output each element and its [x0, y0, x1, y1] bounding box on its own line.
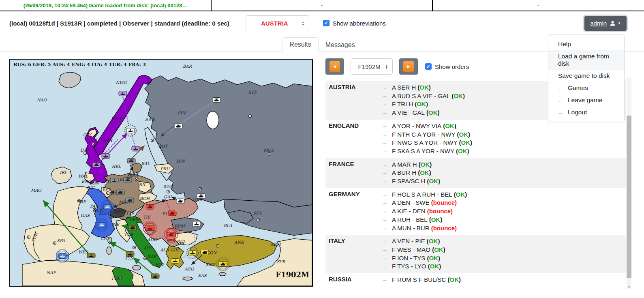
status-right-value: -	[433, 0, 644, 11]
map-label: DEN	[129, 171, 139, 176]
order-row: →F HOL S A RUH - BEL (OK)	[377, 191, 626, 199]
unit-marker[interactable]	[110, 178, 118, 183]
main-content: BARNWGNAOSTPFINNWYSWEBOTMOSNTHHELBALLVNP…	[0, 59, 644, 287]
map-label: SMY	[205, 262, 216, 267]
unit-marker[interactable]	[92, 163, 101, 167]
menu-item-leave-game[interactable]: ←Leave game	[548, 94, 624, 106]
menu-item-logout[interactable]: ←Logout	[548, 106, 624, 118]
show-abbreviations-label: Show abbreviations	[333, 20, 386, 27]
map-label: ION	[155, 263, 165, 267]
unit-marker[interactable]	[201, 250, 209, 255]
status-center-value: -	[212, 0, 433, 11]
order-row: →F SKA S A YOR - NWY (OK)	[377, 147, 626, 156]
scrollbar-thumb[interactable]	[627, 116, 631, 278]
power-name: AUSTRIA	[325, 81, 377, 120]
power-select-value: AUSTRIA	[261, 20, 288, 27]
left-arrow-icon: ←	[558, 85, 564, 91]
unit-marker[interactable]	[132, 146, 140, 151]
map-label: GRE	[171, 248, 181, 252]
unit-marker[interactable]	[171, 258, 179, 263]
orders-scrollbar[interactable]: ▼	[627, 77, 631, 289]
map-label: MOS	[263, 148, 274, 152]
map-label: WAR	[163, 184, 173, 189]
unit-marker[interactable]	[116, 190, 124, 195]
map-label: BOT	[158, 144, 169, 148]
map-label: NAP	[147, 254, 157, 259]
order-block: FRANCE→A MAR H (OK)→A BUR H (OK)→F SPA/S…	[325, 158, 626, 188]
game-map[interactable]: BARNWGNAOSTPFINNWYSWEBOTMOSNTHHELBALLVNP…	[9, 59, 313, 287]
menu-item-help[interactable]: Help	[548, 38, 624, 50]
order-row: →F TYS - LYO (OK)	[377, 262, 626, 271]
order-block: ENGLAND→A YOR - NWY VIA (OK)→F NTH C A Y…	[325, 120, 626, 158]
unit-marker[interactable]	[151, 274, 159, 279]
unit-marker[interactable]	[128, 225, 137, 230]
previous-phase-button[interactable]: ◄	[325, 58, 344, 75]
map-label: ALB	[160, 248, 169, 252]
tabs-row: Results Messages	[0, 35, 644, 52]
status-message: (26/08/2019, 10:24:59.464) Game loaded f…	[0, 0, 212, 11]
unit-marker[interactable]	[174, 124, 182, 129]
unit-marker[interactable]	[126, 251, 134, 256]
map-label: BLA	[223, 223, 232, 228]
user-menu-button[interactable]: admin ▼	[584, 16, 627, 31]
map-label: TUN	[111, 276, 122, 281]
menu-item-save-game[interactable]: Save game to disk	[548, 70, 624, 82]
map-label: SPA	[57, 238, 65, 243]
tab-messages[interactable]: Messages	[319, 38, 362, 52]
map-label: MAO	[31, 188, 41, 193]
phase-select-value: F1902M	[358, 63, 380, 70]
map-label: ANK	[234, 240, 245, 244]
user-dropdown-menu: Help Load a game from disk Save game to …	[548, 34, 625, 122]
order-block: RUSSIA→F RUM S F BUL/SC (OK)	[325, 273, 626, 287]
status-bar: (26/08/2019, 10:24:59.464) Game loaded f…	[0, 0, 644, 11]
unit-marker[interactable]	[146, 204, 154, 209]
unit-marker[interactable]	[127, 159, 135, 163]
next-phase-button[interactable]: ►	[399, 58, 418, 75]
show-orders-checkbox[interactable]: ✓	[425, 63, 432, 70]
show-abbreviations-group: ✓ Show abbreviations	[323, 20, 386, 27]
unit-marker[interactable]	[126, 198, 134, 203]
power-name: FRANCE	[325, 158, 377, 188]
map-label: SIL	[139, 182, 146, 187]
move-arrow	[110, 242, 127, 252]
map-label: BOH	[140, 196, 150, 201]
unit-marker[interactable]	[193, 221, 201, 226]
power-name: ITALY	[325, 235, 377, 273]
person-icon	[610, 20, 616, 26]
map-label: TYS	[125, 256, 133, 260]
show-abbreviations-checkbox[interactable]: ✓	[323, 20, 329, 26]
unit-marker[interactable]	[119, 91, 127, 96]
previous-icon: ◄	[329, 61, 340, 72]
unit-marker[interactable]	[168, 211, 176, 216]
select-carets-icon: ▲▼	[302, 21, 304, 26]
map-label: CLY	[83, 133, 92, 137]
supply-center-dot	[257, 218, 260, 221]
unit-marker[interactable]	[197, 193, 205, 198]
scrollbar-down-arrow[interactable]: ▼	[627, 285, 631, 289]
menu-item-games[interactable]: ←Games	[548, 82, 624, 94]
tab-results[interactable]: Results	[282, 37, 318, 52]
order-row: →F NTH C A YOR - NWY (OK)	[377, 131, 626, 139]
user-name: admin	[590, 20, 607, 27]
order-row: →A BUR H (OK)	[377, 169, 626, 177]
map-label: FIN	[178, 111, 186, 115]
unit-marker[interactable]	[176, 199, 184, 204]
supply-center-dot	[28, 236, 30, 238]
menu-item-load-game[interactable]: Load a game from disk	[548, 50, 624, 70]
power-select[interactable]: AUSTRIA ▲▼	[246, 15, 309, 31]
map-label: NTH	[103, 138, 113, 143]
order-row: →A YOR - NWY VIA (OK)	[377, 122, 626, 131]
map-label: BAL	[141, 161, 150, 166]
left-arrow-icon: ←	[558, 109, 564, 116]
unit-marker[interactable]	[124, 177, 132, 182]
unit-marker[interactable]	[102, 154, 110, 159]
phase-select[interactable]: F1902M ▲▼	[351, 58, 393, 75]
map-label: LVN	[176, 159, 186, 163]
unit-marker[interactable]	[212, 97, 220, 102]
unit-marker[interactable]	[87, 253, 95, 258]
map-label: TUS	[124, 232, 133, 237]
order-row: →F NWG S A YOR - NWY (OK)	[377, 139, 626, 147]
supply-center-dot	[135, 178, 138, 181]
map-label: SWI	[114, 209, 123, 214]
map-label: PIC	[87, 185, 95, 190]
